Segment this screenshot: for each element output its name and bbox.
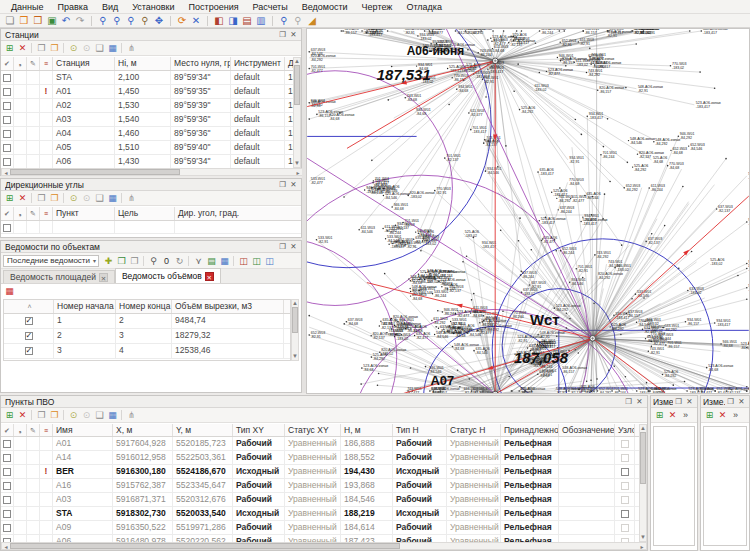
table-header-row[interactable]: ✔❟✎≡СтанцияHi, мМесто нуля, градИнструме…: [1, 57, 295, 71]
stations-table[interactable]: ✔❟✎≡СтанцияHi, мМесто нуля, градИнструме…: [1, 57, 295, 168]
row-checkbox[interactable]: [621, 524, 629, 532]
menu-item-правка[interactable]: Правка: [51, 1, 95, 13]
tab-vedomost-ploshadey[interactable]: Ведомость площадей ✕: [3, 270, 115, 283]
row-checkbox[interactable]: [621, 510, 629, 518]
stations-vscroll[interactable]: ▲▼: [293, 57, 301, 168]
preview-icon[interactable]: ❑: [93, 409, 106, 421]
table-view-icon[interactable]: ▦: [106, 409, 119, 421]
preview-icon[interactable]: ❑: [93, 192, 106, 204]
table-cell[interactable]: Статус XY: [285, 424, 341, 436]
paste-icon[interactable]: ❐: [48, 192, 61, 204]
report-copy-icon[interactable]: ❐: [128, 255, 141, 267]
row-checkbox[interactable]: [3, 454, 11, 462]
points-vscroll[interactable]: ▲▼: [639, 424, 647, 542]
table-row[interactable]: A145916012,9585522503,361РабочийУравненн…: [1, 451, 639, 465]
close-panel-button[interactable]: ✕: [634, 397, 645, 407]
new-document-icon[interactable]: ❏: [3, 15, 17, 27]
filter-icon[interactable]: ⋔: [125, 42, 138, 54]
add-row-icon[interactable]: ⊞: [3, 42, 16, 54]
row-checkbox[interactable]: [3, 510, 11, 518]
table-cell[interactable]: Узлов˄: [615, 424, 635, 436]
zoom-in-icon[interactable]: ⚲: [110, 15, 124, 27]
table-cell[interactable]: Пункт: [53, 207, 115, 220]
tab-vedomost-obyomov[interactable]: Ведомость объёмов ✕: [115, 268, 221, 283]
table-row[interactable]: 3412538,46: [4, 344, 290, 359]
table-row[interactable]: A065916480,9785520220,562РабочийУравненн…: [1, 535, 639, 542]
copy-icon[interactable]: ❐: [35, 409, 48, 421]
report-add-icon[interactable]: ✚: [102, 255, 115, 267]
table-row[interactable]: 2318279,32: [4, 329, 290, 344]
row-checkbox[interactable]: [3, 74, 11, 82]
row-checkbox[interactable]: [3, 130, 11, 138]
float-panel-button[interactable]: ❐: [277, 242, 288, 252]
import-icon[interactable]: ❒: [31, 15, 45, 27]
volumes-vscroll[interactable]: ▲▼: [291, 299, 299, 361]
report-layers-icon[interactable]: ▤: [205, 255, 218, 267]
row-checkbox[interactable]: [25, 332, 33, 340]
table-cell[interactable]: Обозначение: [559, 424, 615, 436]
bulb-off-icon[interactable]: ⊙: [80, 409, 93, 421]
report-search-icon[interactable]: ⚲: [147, 255, 160, 267]
float-panel-button[interactable]: ❐: [673, 397, 684, 407]
table-view-icon[interactable]: ▦: [106, 192, 119, 204]
table-cell[interactable]: Станция: [53, 57, 115, 70]
table-cell[interactable]: Тип Н: [393, 424, 447, 436]
row-checkbox[interactable]: [3, 224, 11, 232]
overflow-icon[interactable]: »: [729, 409, 742, 421]
table-row[interactable]: A051,51089°59'40"default15.09: [1, 141, 295, 155]
row-checkbox[interactable]: [3, 482, 11, 490]
copy-icon[interactable]: ❐: [35, 192, 48, 204]
add-row-icon[interactable]: ⊞: [703, 409, 716, 421]
row-checkbox[interactable]: [3, 158, 11, 166]
menu-item-установки[interactable]: Установки: [125, 1, 181, 13]
row-checkbox[interactable]: [3, 496, 11, 504]
row-checkbox[interactable]: [621, 496, 629, 504]
delete-row-icon[interactable]: ✕: [16, 409, 29, 421]
add-row-icon[interactable]: ⊞: [3, 192, 16, 204]
plan-view[interactable]: 934-W01-84,68934-W01-84,546820-АО6-конав…: [307, 29, 749, 393]
menu-item-отладка[interactable]: Отладка: [399, 1, 449, 13]
close-tab-icon[interactable]: ✕: [205, 272, 214, 281]
redo-icon[interactable]: ↷: [73, 15, 87, 27]
search-icon[interactable]: ⚲: [277, 15, 291, 27]
delete-row-icon[interactable]: ✕: [16, 42, 29, 54]
table-header-row[interactable]: ˄Номер началаНомер концаОбъём вырезки, м…: [4, 300, 290, 314]
volumes-table[interactable]: ˄Номер началаНомер концаОбъём вырезки, м…: [3, 299, 291, 361]
row-checkbox[interactable]: [621, 468, 629, 476]
close-panel-button[interactable]: ✕: [736, 397, 747, 407]
table-cell[interactable]: X, м: [113, 424, 173, 436]
pan-icon[interactable]: ✥: [152, 15, 166, 27]
add-row-icon[interactable]: ⊞: [653, 409, 666, 421]
table-cell[interactable]: Статус Н: [447, 424, 501, 436]
table-row[interactable]: [1, 221, 301, 234]
overflow-icon[interactable]: »: [679, 409, 692, 421]
row-checkbox[interactable]: [3, 88, 11, 96]
close-panel-button[interactable]: ✕: [684, 397, 695, 407]
row-checkbox[interactable]: [3, 116, 11, 124]
table-cell[interactable]: Принадлежность: [501, 424, 559, 436]
table-cell[interactable]: Место нуля, град: [171, 57, 231, 70]
table-cell[interactable]: Цель: [115, 207, 175, 220]
table-view-icon[interactable]: ▦: [106, 42, 119, 54]
zoom-out-icon[interactable]: ⚲: [124, 15, 138, 27]
table-row[interactable]: A041,46089°59'36"default15.09: [1, 127, 295, 141]
refresh-icon[interactable]: ⟳: [175, 15, 189, 27]
fit-view-icon[interactable]: ✕: [189, 15, 203, 27]
report-refresh-icon[interactable]: ↻: [173, 255, 186, 267]
bulb-on-icon[interactable]: ⊙: [67, 42, 80, 54]
table-cell[interactable]: Н, м: [341, 424, 393, 436]
table-header-row[interactable]: ✔❟✎≡ПунктЦельДир. угол, град.: [1, 207, 301, 221]
search-off-icon[interactable]: ⚲: [291, 15, 305, 27]
row-checkbox[interactable]: [621, 440, 629, 448]
table-cell[interactable]: Номер конца: [116, 300, 172, 313]
table-header-row[interactable]: ✔❟✎≡ИмяX, мY, мТип XYСтатус XYН, мТип НС…: [1, 424, 639, 437]
table-row[interactable]: A061,43089°59'34"default15.09: [1, 155, 295, 168]
close-panel-button[interactable]: ✕: [288, 30, 299, 40]
stations-hscroll[interactable]: ◂ ▸: [1, 168, 303, 176]
report-tree-icon[interactable]: ⋎: [192, 255, 205, 267]
float-panel-button[interactable]: ❐: [623, 397, 634, 407]
table-cell[interactable]: Тип XY: [233, 424, 285, 436]
changes-list[interactable]: [703, 426, 747, 546]
report-save-icon[interactable]: ◫: [250, 255, 263, 267]
reports-dropdown[interactable]: Последние ведомости ▾: [3, 255, 99, 267]
